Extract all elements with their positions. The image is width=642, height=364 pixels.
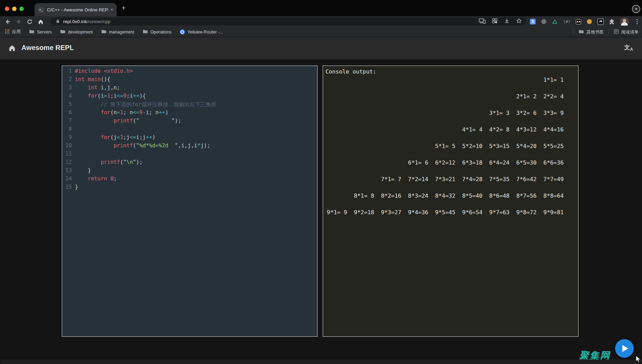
folder-icon — [143, 29, 148, 35]
bookmark-star-icon[interactable] — [516, 18, 522, 25]
react-devtools-icon[interactable] — [541, 19, 547, 24]
forward-icon[interactable] — [15, 18, 22, 25]
folder-icon — [60, 29, 66, 35]
console-output-row: 5*1= 5 5*2=10 5*3=15 5*4=20 5*5=25 — [325, 142, 564, 159]
code-line[interactable]: 6 for(n=1; n<=9-i; n++) — [62, 109, 317, 118]
code-line[interactable]: 7 printf(" "); — [62, 118, 317, 126]
tab-title: C/C++ - Awesome Online REPL — [47, 7, 108, 12]
jetbrains-toolbox-icon[interactable]: JB — [597, 19, 604, 25]
apps-grid-icon — [5, 29, 10, 35]
translate-extension-icon[interactable]: 文 — [530, 19, 536, 24]
code-line[interactable]: 11 — [62, 151, 317, 159]
console-panel: Console output: 1*1= 12*1= 2 2*2= 43*1= … — [323, 66, 578, 337]
window-minimize-button[interactable] — [12, 7, 17, 11]
code-text: for(i=1;i<=9;i++){ — [75, 93, 146, 101]
code-line[interactable]: 5 // 将下面的for循环注释掉，就输出左下三角形 — [62, 101, 317, 109]
bookmark-apps[interactable]: 应用 — [5, 29, 21, 35]
router-favicon — [180, 29, 185, 35]
window-zoom-button[interactable] — [19, 7, 24, 11]
profile-avatar[interactable] — [620, 17, 629, 26]
code-text: int i,j,n; — [75, 85, 120, 93]
separator — [609, 29, 609, 35]
url-bar[interactable]: repl.0x0.ink/runner/cpp — [51, 18, 526, 26]
bookmark-label: Operations — [150, 30, 172, 35]
bookmark-label: management — [109, 30, 134, 35]
console-output-row: 1*1= 1 — [325, 76, 564, 92]
tampermonkey-icon[interactable] — [576, 19, 581, 24]
code-text: #include <stdio.h> — [75, 68, 133, 76]
code-lines: 1#include <stdio.h>2int main(){3 int i,j… — [62, 68, 317, 192]
bookmark-label: 阅读清单 — [621, 29, 639, 35]
tab-close-icon[interactable]: × — [110, 7, 113, 12]
folder-icon — [101, 29, 107, 35]
translate-page-icon[interactable]: 文A — [624, 43, 633, 52]
url-host: repl.0x0.ink — [63, 19, 87, 24]
folder-icon — [29, 29, 35, 35]
download-icon[interactable] — [504, 18, 510, 25]
page-title: Awesome REPL — [21, 44, 74, 52]
code-text: int main(){ — [75, 76, 110, 85]
back-icon[interactable] — [4, 18, 11, 25]
vue-devtools-icon[interactable] — [552, 19, 558, 24]
code-line[interactable]: 4 for(i=1;i<=9;i++){ — [62, 93, 317, 101]
other-bookmarks-button[interactable]: 其他书签 — [578, 29, 604, 35]
console-output-row: 3*1= 3 3*2= 6 3*3= 9 — [325, 109, 564, 126]
bookmark-folder-operations[interactable]: Operations — [143, 29, 172, 35]
code-text: } — [75, 184, 78, 192]
line-number: 12 — [62, 159, 72, 167]
code-line[interactable]: 12 printf("\n"); — [62, 159, 317, 167]
new-tab-button[interactable]: + — [121, 4, 126, 12]
reading-list-icon — [614, 29, 619, 36]
hash-extension-icon[interactable]: (#) — [563, 19, 571, 24]
code-text: printf("%d*%d=%2d ",i,j,i*j); — [75, 142, 210, 151]
terminal-favicon-icon: >_ — [38, 7, 44, 13]
bookmark-folder-management[interactable]: management — [101, 29, 134, 35]
lock-icon[interactable] — [56, 19, 60, 25]
console-rows: 1*1= 12*1= 2 2*2= 43*1= 3 3*2= 6 3*3= 94… — [325, 76, 564, 225]
browser-tab[interactable]: >_ C/C++ - Awesome Online REPL × — [35, 3, 117, 16]
window-close-button[interactable] — [5, 7, 9, 11]
code-text: printf(" "); — [75, 118, 181, 126]
console-output-row: 9*1= 9 9*2=18 9*3=27 9*4=36 9*5=45 9*6=5… — [325, 208, 564, 225]
tab-groups-icon[interactable] — [492, 18, 498, 25]
code-line[interactable]: 10 printf("%d*%d=%2d ",i,j,i*j); — [62, 142, 317, 151]
code-line[interactable]: 15} — [62, 184, 317, 192]
bookmark-folder-development[interactable]: development — [60, 29, 93, 35]
home-icon[interactable] — [8, 44, 16, 53]
bookmark-label: 其他书签 — [586, 29, 604, 35]
browser-toolbar: repl.0x0.ink/runner/cpp 文 — [0, 16, 642, 27]
menu-dots-icon[interactable]: ⋮ — [634, 18, 640, 25]
reading-list-button[interactable]: 阅读清单 — [614, 29, 639, 36]
line-number: 9 — [62, 134, 72, 142]
run-button[interactable] — [615, 339, 634, 358]
play-icon — [622, 345, 628, 352]
bookmarks-bar: 应用 Servers development management Operat… — [0, 27, 642, 37]
reload-icon[interactable] — [26, 18, 33, 25]
code-line[interactable]: 13 } — [62, 167, 317, 176]
code-line[interactable]: 8 — [62, 126, 317, 134]
extensions-puzzle-icon[interactable] — [609, 19, 615, 24]
profile-ring-icon[interactable] — [632, 5, 640, 13]
code-editor[interactable]: 1#include <stdio.h>2int main(){3 int i,j… — [62, 66, 318, 337]
url-path: /runner/cpp — [87, 19, 110, 24]
bookmark-label: Servers — [37, 30, 52, 35]
code-line[interactable]: 3 int i,j,n; — [62, 85, 317, 93]
send-to-device-icon[interactable] — [479, 18, 486, 25]
console-output-row: 4*1= 4 4*2= 8 4*3=12 4*4=16 — [325, 126, 564, 142]
folder-icon — [578, 29, 584, 35]
line-number: 6 — [62, 109, 72, 118]
code-line[interactable]: 2int main(){ — [62, 76, 317, 85]
home-icon[interactable] — [37, 18, 44, 25]
code-text: for(n=1; n<=9-i; n++) — [75, 109, 168, 118]
separator — [573, 29, 574, 35]
bookmark-label: development — [68, 30, 93, 35]
bookmark-yeliulee-router[interactable]: Yeliulee-Router -... — [180, 29, 223, 35]
bookmark-label: Yeliulee-Router -... — [187, 30, 223, 35]
cookie-extension-icon[interactable] — [586, 19, 592, 24]
code-line[interactable]: 1#include <stdio.h> — [62, 68, 317, 76]
line-number: 8 — [62, 126, 72, 134]
code-line[interactable]: 14 return 0; — [62, 176, 317, 184]
code-line[interactable]: 9 for(j=1;j<=i;j++) — [62, 134, 317, 142]
bookmark-folder-servers[interactable]: Servers — [29, 29, 52, 35]
line-number: 13 — [62, 167, 72, 176]
